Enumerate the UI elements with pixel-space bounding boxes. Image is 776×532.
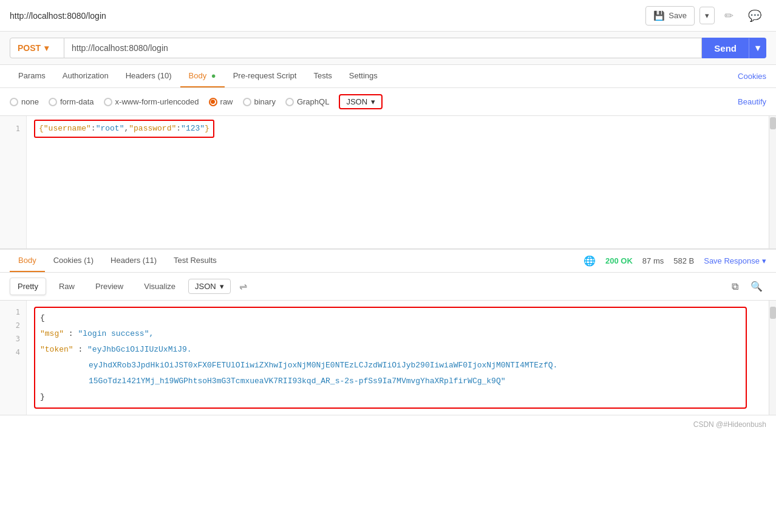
brace-close: } bbox=[205, 124, 209, 133]
response-tabs-row: Body Cookies (1) Headers (11) Test Resul… bbox=[0, 250, 776, 273]
method-select[interactable]: POST ▾ bbox=[10, 38, 64, 58]
tab-tests[interactable]: Tests bbox=[305, 65, 340, 87]
resp-line-numbers: 1 2 3 4 bbox=[0, 301, 27, 415]
response-highlighted-block: { "msg" : "login success", "token" : "ey… bbox=[34, 307, 747, 409]
resp-msg-val: "login success", bbox=[78, 329, 154, 338]
resp-line-3: "token" : "eyJhbGciOiJIUzUxMiJ9. bbox=[40, 342, 741, 358]
response-format-row: Pretty Raw Preview Visualize JSON ▾ ⇌ ⧉ … bbox=[0, 273, 776, 301]
request-body-code: {"username":"root","password":"123"} bbox=[34, 120, 214, 138]
editor-scrollbar[interactable] bbox=[769, 116, 776, 248]
response-scrollbar-thumb bbox=[770, 307, 776, 319]
resp-line-num-3: 3 bbox=[0, 332, 26, 346]
send-button[interactable]: Send ▾ bbox=[702, 38, 766, 58]
resp-format-preview[interactable]: Preview bbox=[87, 278, 131, 295]
resp-json-selector[interactable]: JSON ▾ bbox=[188, 279, 231, 294]
save-label: Save bbox=[669, 11, 687, 20]
editor-content[interactable]: {"username":"root","password":"123"} bbox=[27, 116, 776, 142]
resp-line-1: { bbox=[40, 310, 741, 326]
resp-format-raw[interactable]: Raw bbox=[51, 278, 83, 295]
radio-urlencoded-circle bbox=[104, 98, 112, 106]
radio-form-data[interactable]: form-data bbox=[49, 97, 94, 106]
footer-credit: CSDN @#Hideonbush bbox=[693, 420, 766, 429]
resp-token-key: "token" bbox=[40, 345, 73, 354]
resp-tab-headers[interactable]: Headers (11) bbox=[102, 250, 165, 272]
search-response-button[interactable]: 🔍 bbox=[747, 278, 766, 295]
method-label: POST bbox=[18, 43, 41, 53]
response-status-row: 🌐 200 OK 87 ms 582 B Save Response ▾ bbox=[584, 250, 766, 271]
radio-raw[interactable]: raw bbox=[209, 97, 233, 106]
response-scrollbar[interactable] bbox=[769, 301, 776, 415]
tab-settings[interactable]: Settings bbox=[341, 65, 386, 87]
response-body-area: 1 2 3 4 { "msg" : "login success", "toke… bbox=[0, 301, 776, 415]
footer: CSDN @#Hideonbush bbox=[0, 415, 776, 434]
radio-raw-circle bbox=[209, 98, 217, 106]
request-editor: 1 {"username":"root","password":"123"} bbox=[0, 116, 776, 250]
resp-icons-right: ⧉ 🔍 bbox=[728, 278, 766, 295]
resp-format-pretty[interactable]: Pretty bbox=[10, 278, 46, 295]
resp-token-val1: "eyJhbGciOiJIUzUxMiJ9. bbox=[87, 345, 192, 354]
resp-token-val3: 15GoTdzl421YMj_h19WGPhtsoH3mG3TcmxueaVK7… bbox=[89, 377, 506, 386]
editor-line-numbers: 1 bbox=[0, 116, 27, 248]
save-chevron-button[interactable]: ▾ bbox=[699, 7, 715, 24]
body-type-row: none form-data x-www-form-urlencoded raw… bbox=[0, 88, 776, 116]
resp-open-brace: { bbox=[40, 313, 45, 322]
resp-line-num-2: 2 bbox=[0, 319, 26, 332]
title-url: http://localhost:8080/login bbox=[10, 11, 106, 21]
beautify-button[interactable]: Beautify bbox=[738, 97, 766, 106]
resp-format-visualize[interactable]: Visualize bbox=[136, 278, 183, 295]
tab-prerequest[interactable]: Pre-request Script bbox=[225, 65, 305, 87]
resp-token-cont-2: 15GoTdzl421YMj_h19WGPhtsoH3mG3TcmxueaVK7… bbox=[40, 373, 741, 389]
send-label: Send bbox=[702, 38, 749, 58]
resp-line-2: "msg" : "login success", bbox=[40, 326, 741, 342]
brace-open: { bbox=[39, 124, 44, 133]
editor-scrollbar-thumb bbox=[770, 117, 776, 129]
response-body-editor[interactable]: { "msg" : "login success", "token" : "ey… bbox=[27, 301, 776, 415]
resp-close-brace: } bbox=[40, 392, 45, 401]
resp-tab-cookies[interactable]: Cookies (1) bbox=[45, 250, 102, 272]
url-bar: POST ▾ Send ▾ bbox=[0, 32, 776, 65]
json-format-selector[interactable]: JSON ▾ bbox=[339, 94, 383, 109]
radio-urlencoded[interactable]: x-www-form-urlencoded bbox=[104, 97, 199, 106]
save-button[interactable]: 💾 Save bbox=[645, 6, 695, 26]
resp-tab-test-results[interactable]: Test Results bbox=[165, 250, 225, 272]
radio-graphql[interactable]: GraphQL bbox=[285, 97, 329, 106]
editor-line-1: {"username":"root","password":"123"} bbox=[34, 122, 769, 135]
radio-binary-circle bbox=[243, 98, 251, 106]
save-response-button[interactable]: Save Response ▾ bbox=[704, 256, 766, 265]
resp-token-val2: eyJhdXRob3JpdHkiOiJST0xFX0FETUlOIiwiZXhw… bbox=[89, 361, 557, 370]
title-bar: http://localhost:8080/login 💾 Save ▾ ✏ 💬 bbox=[0, 0, 776, 32]
save-disk-icon: 💾 bbox=[653, 10, 665, 21]
resp-line-4: } bbox=[40, 389, 741, 405]
key-password: "password" bbox=[129, 124, 176, 133]
resp-line-num-4: 4 bbox=[0, 346, 26, 359]
radio-none[interactable]: none bbox=[10, 97, 39, 106]
resp-tab-body[interactable]: Body bbox=[10, 250, 45, 272]
save-response-chevron-icon: ▾ bbox=[762, 256, 766, 265]
response-time: 87 ms bbox=[642, 256, 664, 265]
globe-icon: 🌐 bbox=[584, 255, 596, 267]
resp-json-chevron-icon: ▾ bbox=[220, 282, 224, 291]
title-actions: 💾 Save ▾ ✏ 💬 bbox=[645, 6, 766, 26]
url-input[interactable] bbox=[64, 38, 702, 58]
comment-icon-button[interactable]: 💬 bbox=[743, 7, 766, 25]
body-active-dot: ● bbox=[211, 71, 216, 80]
response-size: 582 B bbox=[673, 256, 694, 265]
method-chevron-icon: ▾ bbox=[44, 43, 49, 53]
json-selector-chevron-icon: ▾ bbox=[371, 97, 375, 106]
status-code: 200 OK bbox=[605, 256, 633, 265]
copy-response-button[interactable]: ⧉ bbox=[728, 279, 742, 295]
radio-form-data-circle bbox=[49, 98, 57, 106]
edit-icon-button[interactable]: ✏ bbox=[720, 7, 738, 25]
resp-token-cont-1: eyJhdXRob3JpdHkiOiJST0xFX0FETUlOIiwiZXhw… bbox=[40, 358, 741, 373]
tab-params[interactable]: Params bbox=[10, 65, 54, 87]
wrap-lines-icon-button[interactable]: ⇌ bbox=[236, 278, 251, 295]
tab-body[interactable]: Body ● bbox=[180, 65, 225, 87]
tab-authorization[interactable]: Authorization bbox=[54, 65, 117, 87]
line-num-1: 1 bbox=[0, 122, 26, 135]
val-root: "root" bbox=[96, 124, 124, 133]
key-username: "username" bbox=[44, 124, 91, 133]
radio-binary[interactable]: binary bbox=[243, 97, 276, 106]
send-chevron-icon[interactable]: ▾ bbox=[749, 38, 766, 58]
cookies-link[interactable]: Cookies bbox=[738, 66, 766, 87]
tab-headers[interactable]: Headers (10) bbox=[117, 65, 180, 87]
